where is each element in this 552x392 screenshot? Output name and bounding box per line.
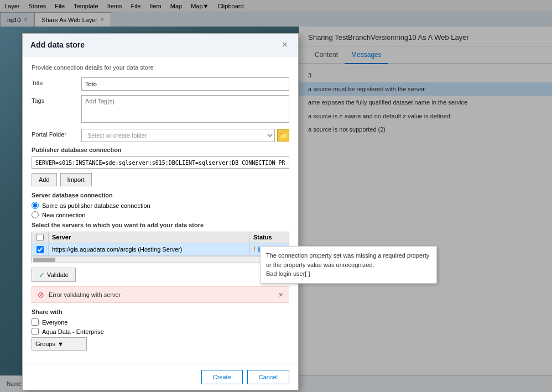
radio-same[interactable] — [32, 202, 39, 209]
table-header: Server Status — [32, 232, 289, 243]
select-servers-label: Select the servers to which you want to … — [32, 222, 289, 228]
db-connection-input[interactable] — [32, 156, 289, 169]
validate-button[interactable]: ✓ Validate — [32, 268, 76, 282]
add-button[interactable]: Add — [32, 173, 57, 186]
tags-field — [81, 95, 289, 124]
tooltip-line2: Bad login user[ ] — [266, 269, 431, 279]
row-checkbox[interactable] — [37, 246, 44, 253]
db-buttons: Add Import — [32, 173, 289, 186]
portal-folder-label: Portal Folder — [32, 129, 81, 138]
groups-label: Groups — [35, 341, 55, 347]
error-icon: ⊘ — [38, 290, 44, 299]
radio-new-text: New connection — [42, 212, 85, 218]
title-label: Title — [32, 77, 81, 86]
modal-footer: Create Cancel — [23, 364, 298, 390]
portal-folder-row: Portal Folder Select or create folder 📁 — [32, 129, 289, 142]
radio-same-label[interactable]: Same as publisher database connection — [32, 202, 289, 209]
scroll-thumb[interactable] — [33, 258, 55, 262]
th-status: Status — [250, 232, 289, 243]
server-db-label: Server database connection — [32, 192, 289, 198]
share-with-section: Share with Everyone Aqua Data - Enterpri… — [32, 309, 289, 351]
org-checkbox[interactable] — [32, 328, 39, 335]
error-bar: ⊘ Error validating with server × — [32, 286, 289, 303]
db-connection-row — [32, 156, 289, 169]
portal-folder-field: Select or create folder 📁 — [81, 129, 289, 142]
tooltip: The connection property set was missing … — [260, 246, 437, 284]
org-checkbox-label[interactable]: Aqua Data - Enterprise — [32, 328, 289, 335]
radio-new[interactable] — [32, 211, 39, 218]
row-server-cell: https://gis.aquadata.com/arcgis (Hosting… — [49, 244, 250, 255]
share-with-label: Share with — [32, 309, 289, 315]
modal-title: Add data store — [30, 40, 85, 49]
horizontal-scrollbar[interactable] — [32, 256, 289, 263]
everyone-checkbox[interactable] — [32, 318, 39, 326]
import-button[interactable]: Import — [60, 173, 92, 186]
title-row: Title — [32, 77, 289, 91]
error-close-button[interactable]: × — [279, 290, 283, 299]
servers-table: Server Status https://gis.aquadata.com/a… — [32, 232, 289, 263]
modal-header: Add data store × — [23, 34, 298, 56]
modal-add-datastore: Add data store × Provide connection deta… — [22, 33, 299, 390]
portal-folder-select[interactable]: Select or create folder — [81, 129, 275, 142]
radio-same-text: Same as publisher database connection — [42, 202, 150, 209]
everyone-checkbox-label[interactable]: Everyone — [32, 318, 289, 326]
tags-row: Tags — [32, 95, 289, 124]
validate-check-icon: ✓ — [39, 271, 45, 279]
modal-subtitle: Provide connection details for your data… — [32, 64, 289, 71]
groups-dropdown-arrow: ▼ — [58, 341, 64, 347]
tags-input[interactable] — [81, 95, 289, 123]
validate-label: Validate — [47, 271, 69, 278]
tags-label: Tags — [32, 95, 81, 104]
select-all-checkbox[interactable] — [37, 234, 44, 241]
everyone-label: Everyone — [42, 319, 67, 326]
modal-body: Provide connection details for your data… — [23, 56, 298, 364]
status-warning-icon: ! — [253, 245, 256, 253]
title-input[interactable] — [81, 77, 289, 91]
groups-dropdown[interactable]: Groups ▼ — [32, 337, 87, 351]
error-text: Error validating with server — [49, 291, 274, 298]
modal-close-button[interactable]: × — [279, 39, 290, 50]
th-server: Server — [49, 232, 250, 243]
cancel-button[interactable]: Cancel — [247, 370, 289, 384]
table-row: https://gis.aquadata.com/arcgis (Hosting… — [32, 243, 289, 256]
create-button[interactable]: Create — [201, 370, 243, 384]
th-checkbox — [32, 232, 49, 243]
tooltip-line1: The connection property set was missing … — [266, 251, 431, 269]
title-field — [81, 77, 289, 91]
org-label: Aqua Data - Enterprise — [42, 328, 104, 335]
folder-browse-button[interactable]: 📁 — [277, 129, 289, 142]
radio-new-label[interactable]: New connection — [32, 211, 289, 218]
radio-group: Same as publisher database connection Ne… — [32, 202, 289, 218]
row-checkbox-cell — [32, 244, 49, 255]
publisher-db-label: Publisher database connection — [32, 147, 289, 153]
